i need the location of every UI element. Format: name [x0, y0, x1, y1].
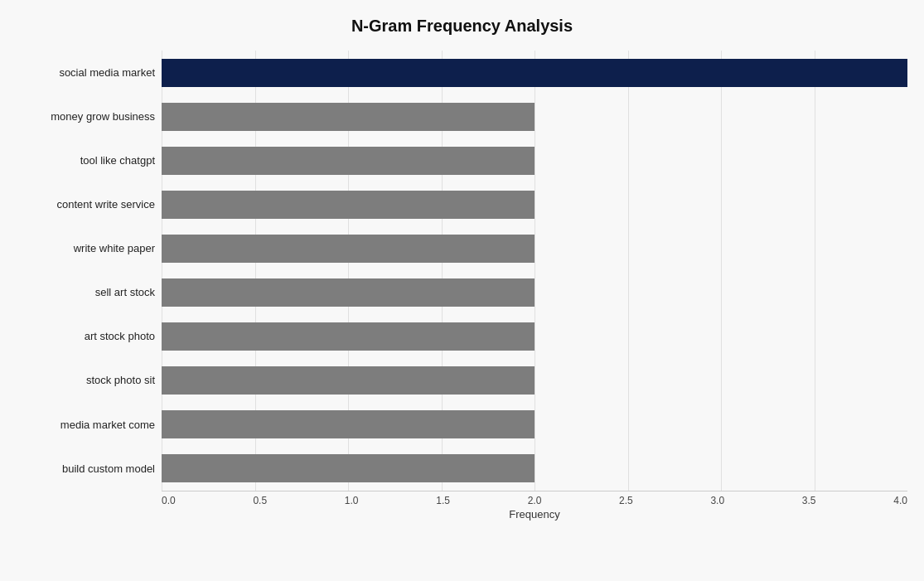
- y-label: write white paper: [17, 226, 155, 270]
- x-axis: 0.00.51.01.52.02.53.03.54.0 Frequency: [162, 491, 907, 524]
- y-label: tool like chatgpt: [17, 138, 155, 182]
- y-label: media market come: [17, 403, 155, 447]
- y-label: build custom model: [17, 447, 155, 491]
- bar-rect: [162, 59, 907, 87]
- x-axis-label: Frequency: [162, 508, 907, 520]
- x-tick: 3.5: [802, 495, 816, 506]
- bar-rect: [162, 191, 535, 219]
- x-tick: 4.0: [893, 495, 907, 506]
- bar-rect: [162, 410, 535, 438]
- bar-rect: [162, 103, 535, 131]
- y-label: sell art stock: [17, 270, 155, 314]
- y-axis: social media marketmoney grow businessto…: [17, 51, 162, 491]
- bar-rect: [162, 278, 535, 307]
- x-tick: 0.5: [253, 495, 267, 506]
- bar-rect: [162, 322, 535, 351]
- bar-row: [162, 138, 907, 182]
- bar-row: [162, 94, 907, 138]
- x-tick: 3.0: [710, 495, 724, 506]
- y-label: content write service: [17, 182, 155, 226]
- chart-container: N-Gram Frequency Analysis social media m…: [0, 0, 924, 581]
- bar-row: [162, 51, 907, 94]
- bar-rect: [162, 235, 535, 263]
- bar-rect: [162, 147, 535, 175]
- bar-row: [162, 270, 907, 314]
- chart-title: N-Gram Frequency Analysis: [17, 17, 907, 36]
- bar-row: [162, 315, 907, 359]
- bar-rect: [162, 454, 535, 482]
- x-tick: 1.0: [345, 495, 359, 506]
- bar-row: [162, 403, 907, 447]
- bar-rect: [162, 366, 535, 395]
- bar-row: [162, 226, 907, 270]
- bar-row: [162, 447, 907, 491]
- x-tick: 2.5: [619, 495, 633, 506]
- y-label: art stock photo: [17, 315, 155, 359]
- x-tick: 1.5: [436, 495, 450, 506]
- bar-row: [162, 182, 907, 226]
- y-label: social media market: [17, 51, 155, 94]
- y-label: money grow business: [17, 94, 155, 138]
- x-tick: 2.0: [528, 495, 542, 506]
- bar-row: [162, 359, 907, 403]
- x-tick: 0.0: [162, 495, 176, 506]
- plot-area: [162, 51, 907, 491]
- y-label: stock photo sit: [17, 359, 155, 403]
